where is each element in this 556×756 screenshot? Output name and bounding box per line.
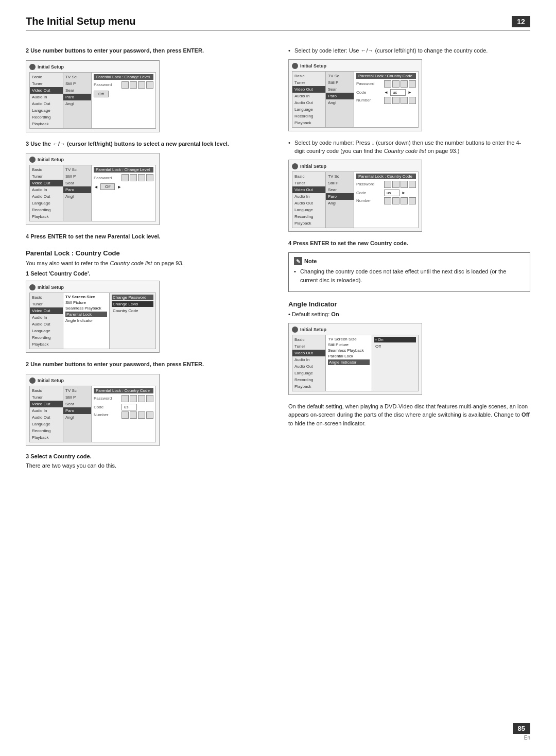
page-title: The Initial Setup menu <box>26 15 135 27</box>
sub-sear-4: Sear <box>63 401 91 407</box>
sub-tv-4: TV Sc <box>63 387 91 394</box>
pwd-box-19 <box>401 181 408 188</box>
password-row-5: Password <box>356 80 416 88</box>
step1b-text: 1 Select 'Country Code'. <box>26 270 268 277</box>
menu-video-out-7: Video Out <box>292 350 325 356</box>
ui-menu-5: Basic Tuner Video Out Audio In Audio Out… <box>292 72 326 127</box>
sub-angl-5: Angl <box>326 99 354 106</box>
menu-audio-out-7: Audio Out <box>292 363 325 370</box>
sub-tv-5: TV Sc <box>326 73 354 79</box>
arrow-selector-container: ◄ Off ► <box>94 183 153 190</box>
pwd-box-2 <box>130 81 137 89</box>
menu-playback-1: Playback <box>30 121 63 127</box>
footer-lang: En <box>524 735 530 741</box>
menu-tuner-4: Tuner <box>30 394 63 401</box>
ui-menu-4: Basic Tuner Video Out Audio In Audio Out… <box>30 386 63 442</box>
ui-submenu-5: TV Sc Still P Sear Paro Angl <box>326 72 354 127</box>
pwd-box-14 <box>392 80 399 88</box>
header-bar-1: Parental Lock : Change Level <box>94 74 153 80</box>
parental-lock-desc: You may also want to refer to the Countr… <box>26 259 268 268</box>
sub-sear-2: Sear <box>63 180 91 186</box>
sub-tv-6: TV Sc <box>326 173 354 180</box>
menu-basic-4: Basic <box>30 387 63 394</box>
menu-basic-2: Basic <box>30 166 63 173</box>
sub-para-4: Paro <box>63 407 91 414</box>
note-box: ✎ Note Changing the country code does no… <box>288 252 530 292</box>
menu-basic-3: Basic <box>30 294 63 301</box>
menu-audio-out-3: Audio Out <box>30 321 63 328</box>
page-footer: 85 En <box>513 723 530 741</box>
sub-still-2: Still P <box>63 173 91 180</box>
country-code-option: Country Code <box>112 308 153 314</box>
menu-audio-out-5: Audio Out <box>292 99 325 106</box>
sub-angl-4: Angl <box>63 414 91 421</box>
password-row-1: Password <box>94 81 153 89</box>
pwd-box-16 <box>409 80 416 88</box>
change-password-option: Change Password <box>112 295 153 300</box>
menu-audio-in-6: Audio In <box>292 193 325 200</box>
ui-box-code-number: Initial Setup Basic Tuner Video Out Audi… <box>288 160 422 232</box>
menu-playback-7: Playback <box>292 383 325 390</box>
ui-menu-1: Basic Tuner Video Out Audio In Audio Out… <box>30 73 63 128</box>
ui-box-title-1: Initial Setup <box>29 64 156 70</box>
pwd-box-12 <box>146 395 153 402</box>
menu-audio-in-2: Audio In <box>30 186 63 193</box>
step3b-text: 3 Select a Country code. <box>26 453 268 459</box>
off-button-2: Off <box>100 183 115 190</box>
menu-tuner-5: Tuner <box>292 79 325 86</box>
ui-detail-7: TV Screen Size Still Picture Seamless Pl… <box>326 335 372 391</box>
code-input: us <box>121 404 137 410</box>
ui-inner-1: Basic Tuner Video Out Audio In Audio Out… <box>29 72 156 129</box>
number-boxes-6 <box>384 197 416 204</box>
sub-para-1: Paro <box>63 94 91 100</box>
page-header: The Initial Setup menu 12 <box>26 15 530 31</box>
pwd-boxes-2 <box>121 174 153 181</box>
code-input-6: us <box>384 190 399 196</box>
ui-menu-6: Basic Tuner Video Out Audio In Audio Out… <box>292 172 326 228</box>
angle-7: Angle Indicator <box>328 359 370 365</box>
menu-recording-7: Recording <box>292 376 325 383</box>
left-column: 2 Use number buttons to enter your passw… <box>26 46 268 473</box>
header-bar-2: Parental Lock : Change Level <box>94 167 153 173</box>
parental-lock-option: Parental Lock <box>65 312 107 317</box>
bullet1-text: Select by code letter: Use ←/→ (cursor l… <box>288 46 530 55</box>
pwd-boxes-5 <box>384 80 416 88</box>
sub-para-5: Paro <box>326 93 354 99</box>
password-row-2: Password <box>94 174 153 181</box>
num-box-1 <box>121 411 129 419</box>
pwd-box-11 <box>138 395 145 402</box>
menu-playback-2: Playback <box>30 213 63 220</box>
ui-box-code-letter: Initial Setup Basic Tuner Video Out Audi… <box>288 59 422 131</box>
menu-recording-5: Recording <box>292 113 325 119</box>
sub-sear-5: Sear <box>326 86 354 93</box>
ui-box-angle: Initial Setup Basic Tuner Video Out Audi… <box>288 323 422 395</box>
right-column: Select by code letter: Use ←/→ (cursor l… <box>288 46 530 473</box>
ui-box-country-code-1: Initial Setup Basic Tuner Video Out Audi… <box>26 281 160 353</box>
left-arrow: ◄ <box>94 184 98 190</box>
ui-options-col: Change Password Change Level Country Cod… <box>109 293 155 349</box>
note-title: ✎ Note <box>294 257 525 265</box>
ui-box-title-2: Initial Setup <box>29 157 156 163</box>
num-box-12 <box>409 197 416 204</box>
parental-lock-heading: Parental Lock : Country Code <box>26 249 268 257</box>
change-level-option: Change Level <box>112 301 153 307</box>
menu-recording-4: Recording <box>30 427 63 434</box>
setup-icon-2 <box>29 157 36 163</box>
still-picture: Still Picture <box>65 300 107 305</box>
menu-recording-6: Recording <box>292 213 325 220</box>
step4-text: 4 Press ENTER to set the new Parental Lo… <box>26 232 268 241</box>
menu-tuner-1: Tuner <box>30 80 63 87</box>
step4b-text: 4 Press ENTER to set the new Country cod… <box>288 239 530 248</box>
pwd-box-10 <box>130 395 137 402</box>
menu-video-out-1: Video Out <box>30 87 63 94</box>
menu-playback-3: Playback <box>30 341 63 348</box>
ui-submenu-4: TV Sc Still P Sear Paro Angl <box>63 386 92 442</box>
menu-language-1: Language <box>30 107 63 114</box>
off-button-container-1: Off <box>94 91 153 97</box>
ui-inner-7: Basic Tuner Video Out Audio In Audio Out… <box>292 335 419 391</box>
ui-menu-2: Basic Tuner Video Out Audio In Audio Out… <box>30 165 63 221</box>
setup-icon-6 <box>292 163 298 169</box>
ui-box-title-5: Initial Setup <box>292 63 419 69</box>
menu-basic-5: Basic <box>292 73 325 79</box>
parental-7: Parental Lock <box>328 354 370 358</box>
